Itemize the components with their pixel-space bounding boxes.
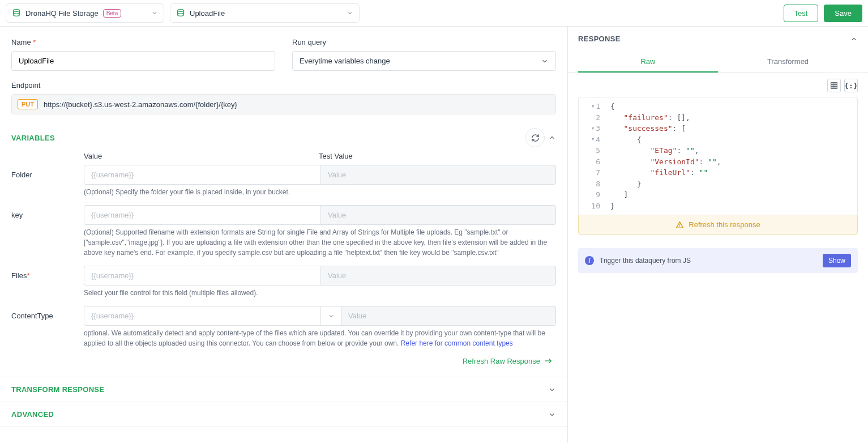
var-folder-help: (Optional) Specify the folder your file … bbox=[11, 187, 556, 197]
var-files-label: Files* bbox=[11, 266, 84, 280]
info-icon: i bbox=[585, 256, 594, 265]
var-folder-label: Folder bbox=[11, 165, 84, 179]
var-files-test[interactable] bbox=[321, 266, 556, 286]
variables-heading: VARIABLES bbox=[11, 134, 55, 142]
test-button[interactable]: Test bbox=[784, 5, 819, 22]
svg-rect-3 bbox=[831, 83, 837, 89]
tab-raw[interactable]: Raw bbox=[578, 52, 718, 73]
collapse-response-button[interactable] bbox=[850, 35, 858, 43]
svg-point-1 bbox=[178, 9, 184, 11]
code-gutter: ▼12▼3▼45678910 bbox=[579, 97, 605, 215]
action-label: UploadFile bbox=[190, 9, 225, 18]
var-key-value[interactable] bbox=[84, 205, 321, 225]
collapse-variables-button[interactable] bbox=[548, 134, 556, 142]
chevron-down-icon bbox=[548, 411, 556, 419]
var-files-help: Select your file control for this field … bbox=[11, 288, 556, 298]
runquery-label: Run query bbox=[292, 38, 556, 46]
top-toolbar: DronaHQ File Storage Beta UploadFile Tes… bbox=[0, 0, 868, 27]
runquery-value: Everytime variables change bbox=[300, 57, 390, 65]
chevron-up-icon bbox=[548, 134, 556, 142]
database-icon bbox=[12, 8, 21, 18]
connector-selector[interactable]: DronaHQ File Storage Beta bbox=[6, 3, 164, 23]
table-icon bbox=[830, 82, 838, 90]
var-folder-test[interactable] bbox=[321, 165, 556, 185]
advanced-title: ADVANCED bbox=[11, 410, 54, 419]
content-types-link[interactable]: Refer here for common content types bbox=[401, 339, 513, 347]
var-contenttype-value[interactable] bbox=[84, 306, 321, 326]
refresh-response-banner[interactable]: Refresh this response bbox=[578, 215, 858, 235]
warning-icon bbox=[675, 220, 684, 229]
var-folder-value[interactable] bbox=[84, 165, 321, 185]
chevron-down-icon bbox=[151, 10, 158, 16]
chevron-down-icon bbox=[328, 313, 335, 320]
var-key-help: (Optional) Supported filename with exten… bbox=[11, 227, 556, 258]
transform-response-section[interactable]: TRANSFORM RESPONSE bbox=[0, 377, 567, 402]
col-test-header: Test Value bbox=[319, 152, 353, 160]
var-contenttype-label: ContentType bbox=[11, 306, 84, 320]
trigger-text: Trigger this dataquery from JS bbox=[600, 257, 817, 265]
left-pane: Name * Run query Everytime variables cha… bbox=[0, 27, 568, 443]
method-badge: PUT bbox=[18, 99, 38, 109]
var-key-test[interactable] bbox=[321, 205, 556, 225]
name-label: Name * bbox=[11, 38, 275, 46]
beta-badge: Beta bbox=[103, 9, 122, 18]
endpoint-box: PUT https://{bucket}.s3.us-west-2.amazon… bbox=[11, 94, 556, 114]
chevron-down-icon bbox=[541, 57, 549, 65]
refresh-raw-response-link[interactable]: Refresh Raw Response bbox=[463, 356, 553, 365]
name-input[interactable] bbox=[11, 51, 275, 71]
var-key-label: key bbox=[11, 205, 84, 219]
advanced-section[interactable]: ADVANCED bbox=[0, 402, 567, 427]
var-contenttype-help: optional. We automatically detect and ap… bbox=[11, 328, 556, 348]
code-body: { "failures": [], "successes": [ { "ETag… bbox=[605, 97, 857, 215]
arrow-right-icon bbox=[544, 356, 553, 365]
endpoint-url: https://{bucket}.s3.us-west-2.amazonaws.… bbox=[44, 100, 237, 109]
table-view-button[interactable] bbox=[827, 79, 841, 92]
refresh-icon bbox=[531, 134, 540, 142]
var-files-value[interactable] bbox=[84, 266, 321, 286]
transform-title: TRANSFORM RESPONSE bbox=[11, 385, 104, 394]
chevron-down-icon bbox=[347, 10, 353, 16]
endpoint-label: Endpoint bbox=[11, 81, 556, 90]
database-icon bbox=[176, 8, 185, 18]
action-selector[interactable]: UploadFile bbox=[170, 3, 360, 23]
var-contenttype-dropdown[interactable] bbox=[321, 306, 341, 326]
svg-point-0 bbox=[14, 9, 20, 11]
right-pane: RESPONSE Raw Transformed {:} ▼12▼3▼45678… bbox=[568, 27, 868, 443]
trigger-box: i Trigger this dataquery from JS Show bbox=[578, 248, 858, 273]
refresh-icon-button[interactable] bbox=[525, 128, 545, 147]
var-contenttype-test[interactable] bbox=[341, 306, 556, 326]
chevron-down-icon bbox=[548, 386, 556, 394]
runquery-select[interactable]: Everytime variables change bbox=[292, 51, 556, 71]
json-view-button[interactable]: {:} bbox=[844, 79, 858, 92]
col-value-header: Value bbox=[84, 152, 319, 160]
show-button[interactable]: Show bbox=[823, 254, 851, 267]
save-button[interactable]: Save bbox=[824, 5, 862, 22]
chevron-up-icon bbox=[850, 35, 858, 43]
tab-transformed[interactable]: Transformed bbox=[718, 52, 858, 73]
connector-label: DronaHQ File Storage bbox=[25, 9, 99, 18]
response-title: RESPONSE bbox=[578, 35, 621, 43]
response-code: ▼12▼3▼45678910 { "failures": [], "succes… bbox=[578, 97, 858, 215]
